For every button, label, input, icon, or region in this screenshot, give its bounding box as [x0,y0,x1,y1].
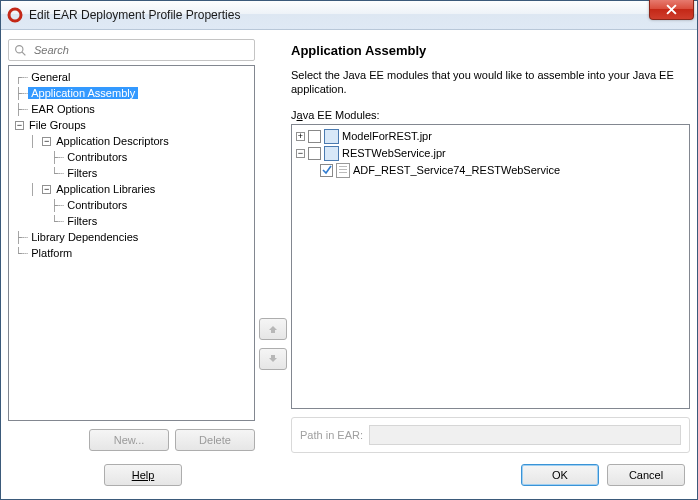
nav-platform[interactable]: Platform [28,247,75,259]
tree-collapse-icon[interactable]: − [42,185,51,194]
nav-filters[interactable]: Filters [64,215,100,227]
path-in-ear-group: Path in EAR: [291,417,690,453]
new-button[interactable]: New... [89,429,169,451]
nav-application-assembly[interactable]: Application Assembly [28,87,138,99]
nav-app-descriptors[interactable]: Application Descriptors [53,135,172,147]
dialog-footer: Help OK Cancel [1,459,697,499]
delete-button[interactable]: Delete [175,429,255,451]
document-icon [336,163,350,178]
nav-contributors[interactable]: Contributors [64,151,130,163]
module-row[interactable]: ADF_REST_Service74_RESTWebService [294,162,687,179]
nav-library-deps[interactable]: Library Dependencies [28,231,141,243]
nav-file-groups[interactable]: File Groups [26,119,89,131]
tree-collapse-icon[interactable]: − [42,137,51,146]
module-label: ADF_REST_Service74_RESTWebService [353,164,560,176]
nav-contributors[interactable]: Contributors [64,199,130,211]
nav-tree[interactable]: ┌┈General ├┈Application Assembly ├┈EAR O… [8,65,255,421]
move-up-button[interactable] [259,318,287,340]
dialog-body: ┌┈General ├┈Application Assembly ├┈EAR O… [1,30,697,459]
search-icon [14,44,27,57]
left-panel: ┌┈General ├┈Application Assembly ├┈EAR O… [8,39,255,459]
module-label: RESTWebService.jpr [342,147,446,159]
move-down-button[interactable] [259,348,287,370]
nav-ear-options[interactable]: EAR Options [28,103,98,115]
nav-app-libraries[interactable]: Application Libraries [53,183,158,195]
help-button[interactable]: Help [104,464,182,486]
page-heading: Application Assembly [291,43,690,58]
right-panel: Application Assembly Select the Java EE … [291,39,690,459]
path-in-ear-field[interactable] [369,425,681,445]
page-description: Select the Java EE modules that you woul… [291,68,690,97]
svg-point-0 [9,9,21,21]
dialog-window: Edit EAR Deployment Profile Properties ┌… [0,0,698,500]
modules-tree[interactable]: + ModelForREST.jpr − RESTWebService.jpr … [291,124,690,409]
path-in-ear-label: Path in EAR: [300,429,363,441]
modules-label: Java EE Modules: [291,109,690,121]
module-row[interactable]: + ModelForREST.jpr [294,128,687,145]
reorder-buttons [259,39,287,459]
tree-collapse-icon[interactable]: − [15,121,24,130]
module-label: ModelForREST.jpr [342,130,432,142]
tree-collapse-icon[interactable]: − [296,149,305,158]
left-button-row: New... Delete [8,421,255,459]
module-checkbox[interactable] [308,147,321,160]
svg-line-2 [22,52,25,55]
window-title: Edit EAR Deployment Profile Properties [29,8,240,22]
project-icon [324,146,339,161]
nav-filters[interactable]: Filters [64,167,100,179]
search-box[interactable] [8,39,255,61]
close-button[interactable] [649,0,694,20]
titlebar[interactable]: Edit EAR Deployment Profile Properties [1,1,697,30]
project-icon [324,129,339,144]
svg-point-1 [16,45,23,52]
ok-button[interactable]: OK [521,464,599,486]
module-checkbox-checked[interactable] [320,164,333,177]
module-checkbox[interactable] [308,130,321,143]
nav-general[interactable]: General [28,71,73,83]
module-row[interactable]: − RESTWebService.jpr [294,145,687,162]
tree-expand-icon[interactable]: + [296,132,305,141]
oracle-icon [7,7,23,23]
cancel-button[interactable]: Cancel [607,464,685,486]
search-input[interactable] [32,43,249,57]
